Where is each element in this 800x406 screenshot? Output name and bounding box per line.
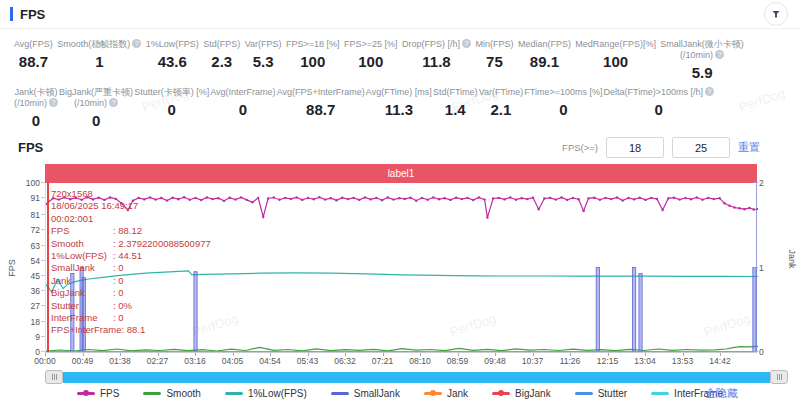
legend-marker	[651, 392, 669, 395]
stat-value: 1	[57, 53, 141, 70]
legend-item-smalljank[interactable]: SmallJank	[331, 388, 400, 399]
right-axis-title: Jank	[787, 250, 797, 269]
stat-value: 11.8	[402, 53, 471, 70]
help-icon[interactable]: ?	[132, 39, 141, 48]
stat-value: 0	[603, 101, 713, 118]
reset-link[interactable]: 重置	[738, 140, 760, 155]
y-axis-tick: 27	[16, 301, 40, 311]
x-axis-tick: 08:10	[409, 356, 430, 366]
legend-item-bigjank[interactable]: BigJank	[492, 388, 551, 399]
stat-value: 89.1	[518, 53, 571, 70]
legend-item-stutter[interactable]: Stutter	[575, 388, 627, 399]
help-icon[interactable]: ?	[109, 98, 118, 107]
stat-value: 0	[524, 101, 602, 118]
chart-legend: FPSSmooth1%Low(FPS)SmallJankJankBigJankS…	[0, 385, 800, 401]
legend-marker	[492, 392, 510, 395]
stat-label: Std(FPS)	[203, 39, 240, 50]
stat-r1-1: Smooth(稳帧指数)?1	[57, 39, 141, 70]
funnel-icon	[772, 11, 780, 18]
stat-value: 88.7	[277, 101, 365, 118]
stat-r1-10: MedRange(FPS)[%]100	[575, 39, 656, 70]
stat-r1-2: 1%Low(FPS)43.6	[146, 39, 199, 70]
stat-label: Var(FPS)	[245, 39, 282, 50]
stat-value: 100	[575, 53, 656, 70]
stat-label: FPS>=25 [%]	[344, 39, 398, 50]
scrollbar-left-handle[interactable]	[45, 370, 63, 384]
stat-value: 100	[344, 53, 398, 70]
y-axis-tick: 72	[16, 225, 40, 235]
x-axis-tick: 06:32	[334, 356, 355, 366]
chart-area[interactable]: label1 720x1568 18/06/2025 16:49:17 00:0…	[45, 164, 757, 368]
stat-label: 1%Low(FPS)	[146, 39, 199, 50]
panel-title: FPS	[20, 7, 45, 22]
legend-label: SmallJank	[354, 388, 400, 399]
stat-value: 0	[14, 112, 58, 129]
stat-value: 1.4	[433, 101, 478, 118]
stat-value: 0	[210, 101, 275, 118]
y-axis-tick: 45	[16, 271, 40, 281]
scrollbar-right-handle[interactable]	[770, 370, 788, 384]
fps-threshold-input-1[interactable]	[606, 137, 664, 158]
x-axis-tick: 10:37	[522, 356, 543, 366]
x-axis-tick: 00:00	[34, 356, 55, 366]
legend-label: Stutter	[598, 388, 627, 399]
filter-button[interactable]	[764, 2, 788, 26]
stat-r1-11: SmallJank(微小卡顿) (/10min)?5.9	[660, 39, 744, 81]
stat-r1-9: Median(FPS)89.1	[518, 39, 571, 70]
stat-label: Min(FPS)	[475, 39, 513, 50]
stat-label: Std(FTime)	[433, 87, 478, 98]
help-icon[interactable]: ?	[49, 98, 58, 107]
stat-r1-4: Var(FPS)5.3	[245, 39, 282, 70]
stat-value: 100	[286, 53, 340, 70]
y-axis-tick: 100	[16, 178, 40, 188]
stat-r2-7: Var(FTime)2.1	[479, 87, 524, 118]
accent-bar	[10, 7, 13, 21]
stat-r1-3: Std(FPS)2.3	[203, 39, 240, 70]
perfdog-fps-panel: FPS Avg(FPS)88.7Smooth(稳帧指数)?11%Low(FPS)…	[0, 0, 800, 406]
chart-section-header: FPS FPS(>=) 重置	[0, 129, 800, 162]
x-axis-tick: 11:26	[560, 356, 581, 366]
x-axis-tick: 05:43	[297, 356, 318, 366]
stat-label: Jank(卡顿) (/10min)?	[14, 87, 58, 109]
stat-value: 43.6	[146, 53, 199, 70]
stat-label: Avg(FPS+InterFrame)	[277, 87, 365, 98]
stat-r1-8: Min(FPS)75	[475, 39, 513, 70]
y-axis-tick: 9	[16, 332, 40, 342]
help-icon[interactable]: ?	[462, 39, 471, 48]
stats-row-1: Avg(FPS)88.7Smooth(稳帧指数)?11%Low(FPS)43.6…	[0, 29, 800, 81]
jank-axis-tick: 2	[759, 178, 773, 188]
scrollbar-track[interactable]	[63, 372, 770, 383]
stat-value: 88.7	[14, 53, 53, 70]
chart-scrollbar[interactable]	[45, 370, 788, 384]
stat-value: 0	[59, 112, 133, 129]
left-axis-title: FPS	[7, 259, 17, 277]
fps-threshold-label: FPS(>=)	[562, 142, 598, 153]
plot-canvas[interactable]: 720x1568 18/06/2025 16:49:17 00:02:001 F…	[45, 183, 757, 353]
legend-label: Smooth	[166, 388, 200, 399]
x-axis-tick: 09:48	[484, 356, 505, 366]
help-icon[interactable]: ?	[715, 50, 724, 59]
hide-all-link[interactable]: 全隐藏	[705, 386, 738, 401]
stat-label: Delta(FTime)>100ms [/h]?	[603, 87, 713, 98]
x-axis-tick: 13:04	[634, 356, 655, 366]
stat-r2-8: FTime>=100ms [%]0	[524, 87, 602, 118]
legend-item-fps[interactable]: FPS	[77, 388, 119, 399]
stat-r2-9: Delta(FTime)>100ms [/h]?0	[603, 87, 713, 118]
stat-label: BigJank(严重卡顿) (/10min)?	[59, 87, 133, 109]
stat-label: Avg(FPS)	[14, 39, 53, 50]
stat-value: 5.3	[245, 53, 282, 70]
stat-value: 0	[134, 101, 209, 118]
stat-r2-4: Avg(FPS+InterFrame)88.7	[277, 87, 365, 118]
y-axis-tick: 54	[16, 256, 40, 266]
y-axis-tick: 91	[16, 193, 40, 203]
legend-label: BigJank	[515, 388, 551, 399]
fps-threshold-input-2[interactable]	[672, 137, 730, 158]
x-axis-tick: 14:42	[709, 356, 730, 366]
help-icon[interactable]: ?	[705, 87, 714, 96]
x-axis-labels: 00:0000:4901:3802:2703:1604:0504:5405:43…	[45, 353, 757, 368]
legend-item-smooth[interactable]: Smooth	[143, 388, 200, 399]
stat-value: 2.1	[479, 101, 524, 118]
legend-item-1-low-fps-[interactable]: 1%Low(FPS)	[225, 388, 307, 399]
x-axis-tick: 12:15	[597, 356, 618, 366]
legend-item-jank[interactable]: Jank	[424, 388, 468, 399]
